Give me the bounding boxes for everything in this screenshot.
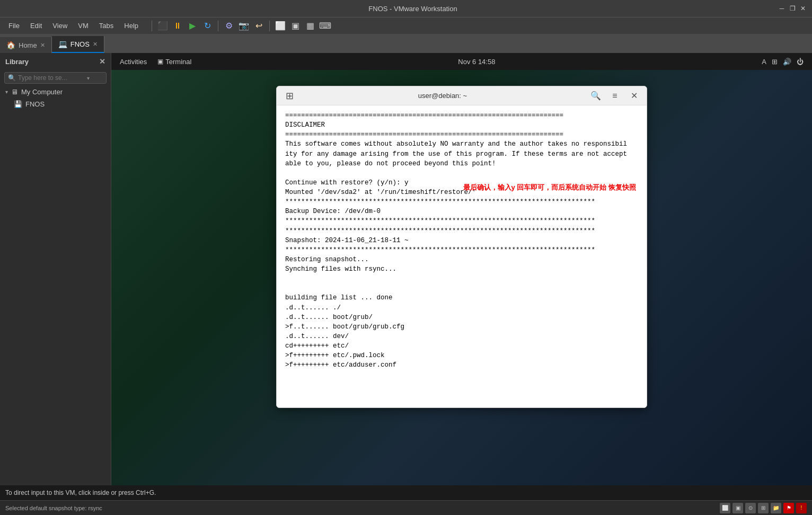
tab-home[interactable]: 🏠 Home ✕: [0, 37, 52, 53]
toolbar-separator-3: [269, 21, 270, 31]
tab-fnos-label: FNOS: [70, 40, 90, 48]
toolbar-console-icon[interactable]: ▦: [304, 20, 316, 32]
terminal-window: ⊞ user@debian: ~ 🔍 ≡ ✕ =================…: [276, 86, 647, 408]
vm-area: Activities ▣ Terminal Nov 6 14:58 A ⊞ 🔊 …: [111, 53, 812, 485]
vm-topbar-center: Nov 6 14:58: [458, 58, 495, 66]
terminal-titlebar: ⊞ user@debian: ~ 🔍 ≡ ✕: [277, 86, 647, 105]
title-bar: FNOS - VMware Workstation ─ ❐ ✕: [0, 0, 812, 17]
taskbar-icon-7[interactable]: !: [796, 503, 807, 513]
snapshot-status-text: Selected default snapshot type: rsync: [5, 505, 102, 511]
toolbar-unity-icon[interactable]: ▣: [289, 20, 301, 32]
sidebar: Library ✕ 🔍 ▾ ▾ 🖥 My Computer 💾 FNOS: [0, 53, 111, 485]
toolbar-icons: ⬛ ⏸ ▶ ↻ ⚙ 📷 ↩ ⬜ ▣ ▦ ⌨: [150, 20, 331, 32]
taskbar-icon-6[interactable]: ⚑: [783, 503, 794, 513]
tree-arrow-my-computer: ▾: [5, 89, 8, 95]
fnos-sidebar-label: FNOS: [25, 100, 45, 108]
close-button[interactable]: ✕: [799, 5, 807, 12]
toolbar-stop-icon[interactable]: ⬛: [157, 20, 169, 32]
vm-topbar-right: A ⊞ 🔊 ⏻: [762, 58, 804, 66]
fnos-tab-icon: 💻: [58, 40, 67, 48]
library-header: Library ✕: [0, 53, 111, 70]
tabs-bar: 🏠 Home ✕ 💻 FNOS ✕: [0, 34, 812, 53]
terminal-content[interactable]: ========================================…: [277, 105, 647, 407]
terminal-label: ▣ Terminal: [157, 58, 191, 66]
sidebar-item-fnos[interactable]: 💾 FNOS: [0, 98, 111, 110]
search-input[interactable]: [18, 74, 87, 82]
my-computer-icon: 🖥: [11, 88, 18, 96]
menu-file[interactable]: File: [4, 20, 24, 32]
menu-help[interactable]: Help: [120, 20, 143, 32]
toolbar-pause-icon[interactable]: ⏸: [172, 20, 183, 32]
tab-fnos-close[interactable]: ✕: [93, 41, 98, 48]
tab-home-label: Home: [19, 41, 37, 49]
menu-vm[interactable]: VM: [74, 20, 93, 32]
terminal-text: ========================================…: [285, 111, 638, 370]
taskbar-icon-2[interactable]: ▣: [732, 503, 743, 513]
search-box[interactable]: 🔍 ▾: [4, 72, 107, 84]
library-label: Library: [5, 58, 29, 66]
toolbar-keyboard-icon[interactable]: ⌨: [319, 20, 331, 32]
search-icon: 🔍: [8, 74, 16, 82]
toolbar-revert-icon[interactable]: ↩: [253, 20, 264, 32]
volume-icon[interactable]: 🔊: [783, 58, 791, 66]
taskbar-icon-1[interactable]: ⬜: [720, 503, 730, 513]
taskbar-icon-3[interactable]: ⊙: [745, 503, 756, 513]
library-close-button[interactable]: ✕: [99, 57, 105, 66]
toolbar-fullscreen-icon[interactable]: ⬜: [275, 20, 286, 32]
terminal-left-controls: ⊞: [282, 88, 297, 103]
toolbar-refresh-icon[interactable]: ↻: [201, 20, 213, 32]
activities-label[interactable]: Activities: [120, 58, 147, 66]
status-message: To direct input to this VM, click inside…: [5, 489, 156, 496]
window-controls[interactable]: ─ ❐ ✕: [778, 5, 807, 12]
menu-edit[interactable]: Edit: [26, 20, 46, 32]
taskbar-icon-5[interactable]: 📁: [771, 503, 781, 513]
bottom-taskbar-icons: ⬜ ▣ ⊙ ⊞ 📁 ⚑ !: [720, 503, 807, 513]
toolbar-vm-settings-icon[interactable]: ⚙: [223, 20, 235, 32]
status-bar: To direct input to this VM, click inside…: [0, 485, 812, 500]
toolbar-separator-2: [218, 21, 218, 31]
vm-desktop[interactable]: ⊞ user@debian: ~ 🔍 ≡ ✕ =================…: [111, 70, 812, 485]
toolbar-play-icon[interactable]: ▶: [187, 20, 198, 32]
power-icon[interactable]: ⏻: [797, 58, 804, 66]
sidebar-item-my-computer[interactable]: ▾ 🖥 My Computer: [0, 86, 111, 98]
vm-topbar: Activities ▣ Terminal Nov 6 14:58 A ⊞ 🔊 …: [111, 53, 812, 70]
restore-button[interactable]: ❐: [789, 5, 796, 12]
vm-topbar-left: Activities ▣ Terminal: [120, 58, 191, 66]
terminal-new-tab-button[interactable]: ⊞: [282, 88, 297, 103]
terminal-close-button[interactable]: ✕: [626, 88, 641, 103]
window-title: FNOS - VMware Workstation: [48, 5, 778, 13]
tab-fnos[interactable]: 💻 FNOS ✕: [52, 36, 104, 53]
toolbar-separator: [152, 21, 152, 31]
tab-home-close[interactable]: ✕: [40, 42, 45, 49]
network-icon[interactable]: ⊞: [772, 58, 778, 66]
terminal-search-button[interactable]: 🔍: [588, 88, 603, 103]
terminal-title: user@debian: ~: [297, 92, 588, 100]
search-dropdown-icon[interactable]: ▾: [87, 75, 90, 81]
toolbar-snapshot-icon[interactable]: 📷: [238, 20, 250, 32]
fnos-sidebar-icon: 💾: [14, 100, 22, 108]
datetime-display: Nov 6 14:58: [458, 58, 495, 66]
minimize-button[interactable]: ─: [778, 5, 785, 12]
input-indicator[interactable]: A: [762, 58, 766, 66]
my-computer-label: My Computer: [21, 88, 63, 96]
terminal-icon: ▣: [157, 58, 163, 65]
menu-view[interactable]: View: [48, 20, 72, 32]
menu-tabs[interactable]: Tabs: [95, 20, 118, 32]
terminal-menu-button[interactable]: ≡: [607, 88, 622, 103]
main-area: Library ✕ 🔍 ▾ ▾ 🖥 My Computer 💾 FNOS Act…: [0, 53, 812, 485]
home-icon: 🏠: [6, 41, 15, 49]
terminal-right-controls: 🔍 ≡ ✕: [588, 88, 641, 103]
bottom-bar: Selected default snapshot type: rsync ⬜ …: [0, 500, 812, 515]
taskbar-icon-4[interactable]: ⊞: [758, 503, 769, 513]
annotation-text: 最后确认，输入y 回车即可，而后系统自动开始 恢复快照: [463, 182, 636, 193]
menu-bar: File Edit View VM Tabs Help ⬛ ⏸ ▶ ↻ ⚙ 📷 …: [0, 17, 812, 34]
